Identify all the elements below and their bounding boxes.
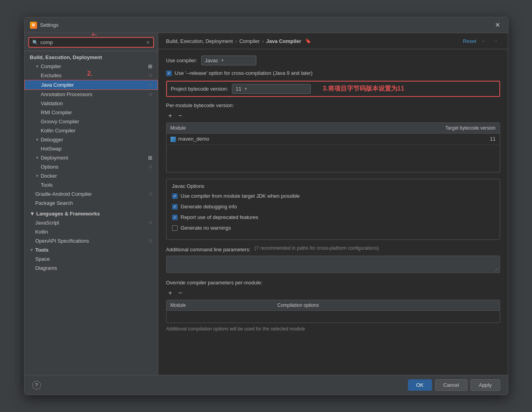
- nav-item-gradle-android[interactable]: Gradle-Android Compiler ⊞: [24, 189, 158, 199]
- javac-options-section: Javac Options Use compiler from module t…: [166, 179, 500, 240]
- nav-group-compiler[interactable]: ▼ Compiler ⊞: [24, 62, 158, 71]
- release-checkbox[interactable]: [166, 71, 172, 76]
- javac-cb-row-3: Generate no warnings: [172, 225, 494, 231]
- title-bar: ⚙ Settings ✕: [24, 17, 508, 33]
- search-wrapper: 1. 🔍 ✕: [28, 37, 154, 48]
- nav-item-validation[interactable]: Validation: [24, 99, 158, 108]
- javac-options-label: Javac Options: [172, 183, 494, 189]
- cmdline-note: ('/' recommended in paths for cross-plat…: [254, 245, 379, 251]
- nav-item-options[interactable]: Options ⊞: [24, 162, 158, 171]
- nav-group-debugger[interactable]: ▼ Debugger: [24, 135, 158, 144]
- override-col-compilation: Compilation options: [273, 300, 499, 311]
- nav-item-excludes[interactable]: Excludes 2. ⊞: [24, 71, 158, 80]
- nav-item-diagrams[interactable]: Diagrams: [24, 264, 158, 273]
- bookmark-icon[interactable]: 🔖: [305, 38, 311, 44]
- search-bar: 1. 🔍 ✕: [24, 33, 158, 51]
- add-override-button[interactable]: +: [166, 289, 174, 297]
- javac-cb-1[interactable]: [172, 204, 178, 210]
- javac-cb-row-2: Report use of deprecated features: [172, 214, 494, 220]
- javac-cb-row-1: Generate debugging info: [172, 204, 494, 210]
- use-compiler-label: Use compiler:: [166, 58, 197, 63]
- search-icon: 🔍: [32, 40, 38, 45]
- close-button[interactable]: ✕: [493, 20, 502, 30]
- app-icon: ⚙: [30, 22, 37, 29]
- sidebar: 1. 🔍 ✕ Build, Execution, Deployment ▼ Co…: [24, 33, 158, 375]
- nav-item-annotation[interactable]: Annotation Processors ⊞: [24, 90, 158, 99]
- reset-button[interactable]: Reset: [463, 38, 476, 44]
- settings-icon-annot: ⊞: [149, 92, 152, 97]
- apply-button[interactable]: Apply: [471, 379, 500, 391]
- compiler-dropdown-arrow: ▼: [221, 58, 224, 63]
- release-checkbox-row: Use '--release' option for cross-compila…: [166, 70, 500, 76]
- panel-body: Use compiler: Javac ▼ Use '--release' op…: [158, 49, 508, 375]
- col-module: Module: [167, 123, 315, 134]
- javac-cb-0[interactable]: [172, 193, 178, 199]
- release-label: Use '--release' option for cross-compila…: [175, 70, 313, 76]
- remove-module-button[interactable]: −: [176, 111, 184, 120]
- override-table-controls: + −: [166, 289, 500, 297]
- override-label: Override compiler parameters per-module:: [166, 280, 500, 286]
- module-icon: [171, 137, 176, 142]
- override-col-module: Module: [167, 300, 274, 311]
- nav-item-space[interactable]: Space: [24, 254, 158, 264]
- nav-forward-button[interactable]: →: [491, 37, 500, 45]
- nav-item-java-compiler[interactable]: Java Compiler ⊞: [24, 80, 158, 90]
- javac-cb-label-1: Generate debugging info: [181, 204, 237, 210]
- module-name: maven_demo: [167, 134, 315, 145]
- module-version: 11: [315, 134, 500, 145]
- use-compiler-row: Use compiler: Javac ▼: [166, 56, 500, 65]
- nav-item-openapi[interactable]: OpenAPI Specifications ⊞: [24, 236, 158, 245]
- remove-override-button[interactable]: −: [176, 289, 184, 297]
- nav-group-tools[interactable]: ▼ Tools: [24, 245, 158, 254]
- nav-item-javascript[interactable]: JavaScript ⊞: [24, 218, 158, 227]
- settings-dialog: ⚙ Settings ✕ 1. 🔍 ✕ Build, Executi: [24, 17, 508, 395]
- nav-back-button[interactable]: ←: [480, 37, 488, 45]
- nav-item-rmi[interactable]: RMI Compiler: [24, 108, 158, 117]
- breadcrumb: Build, Execution, Deployment › Compiler …: [166, 38, 311, 44]
- footer-buttons: OK Cancel Apply: [408, 379, 500, 391]
- nav-item-hotswap[interactable]: HotSwap: [24, 144, 158, 153]
- help-button[interactable]: ?: [32, 381, 41, 390]
- nav-group-deployment[interactable]: ▼ Deployment ⊞: [24, 153, 158, 162]
- javac-cb-label-2: Report use of deprecated features: [181, 214, 258, 220]
- javac-cb-3[interactable]: [172, 225, 178, 231]
- nav-item-groovy[interactable]: Groovy Compiler: [24, 117, 158, 126]
- search-clear-icon[interactable]: ✕: [146, 40, 150, 45]
- nav-item-package-search[interactable]: Package Search: [24, 199, 158, 208]
- nav-item-tools[interactable]: Tools: [24, 180, 158, 189]
- nav-item-kotlin-compiler[interactable]: Kotlin Compiler: [24, 126, 158, 135]
- settings-icon: ⊞: [149, 73, 152, 78]
- bytecode-dropdown-arrow: ▼: [244, 87, 248, 91]
- table-controls: + −: [166, 111, 500, 120]
- expand-icon: ⤢: [495, 267, 499, 273]
- nav-list: Build, Execution, Deployment ▼ Compiler …: [24, 51, 158, 375]
- bytecode-label: Project bytecode version:: [171, 86, 228, 92]
- cmdline-section: Additional command line parameters: ('/'…: [166, 245, 500, 274]
- per-module-label: Per-module bytecode version:: [166, 102, 500, 108]
- override-table: Module Compilation options: [166, 300, 500, 323]
- module-table: Module Target bytecode version maven_dem…: [166, 122, 500, 173]
- bytecode-version-row: Project bytecode version: 11 ▼ 3.将项目字节码版…: [166, 81, 500, 97]
- dialog-footer: ? OK Cancel Apply: [24, 375, 508, 395]
- section-languages[interactable]: ▼ Languages & Frameworks: [24, 209, 158, 218]
- add-module-button[interactable]: +: [166, 111, 174, 120]
- section-build-execution[interactable]: Build, Execution, Deployment: [24, 53, 158, 62]
- cmdline-textarea[interactable]: [166, 256, 500, 273]
- nav-group-docker[interactable]: ▼ Docker: [24, 171, 158, 180]
- javac-cb-label-0: Use compiler from module target JDK when…: [181, 193, 300, 199]
- step1-badge: 1.: [91, 33, 97, 37]
- nav-item-kotlin[interactable]: Kotlin: [24, 227, 158, 236]
- compiler-select[interactable]: Javac ▼: [201, 56, 256, 65]
- table-row[interactable]: maven_demo 11: [167, 134, 500, 145]
- settings-icon-java: ⊞: [148, 82, 152, 87]
- dialog-title: Settings: [40, 22, 59, 28]
- cancel-button[interactable]: Cancel: [435, 379, 467, 391]
- search-input[interactable]: [41, 39, 144, 45]
- step3-badge: 3.将项目字节码版本设置为11: [323, 85, 404, 93]
- javac-cb-2[interactable]: [172, 215, 178, 220]
- ok-button[interactable]: OK: [408, 379, 432, 391]
- right-panel: Build, Execution, Deployment › Compiler …: [158, 33, 508, 375]
- override-note: Additional compilation options will be u…: [166, 323, 500, 335]
- bytecode-select[interactable]: 11 ▼: [232, 84, 311, 94]
- javac-cb-label-3: Generate no warnings: [181, 225, 231, 231]
